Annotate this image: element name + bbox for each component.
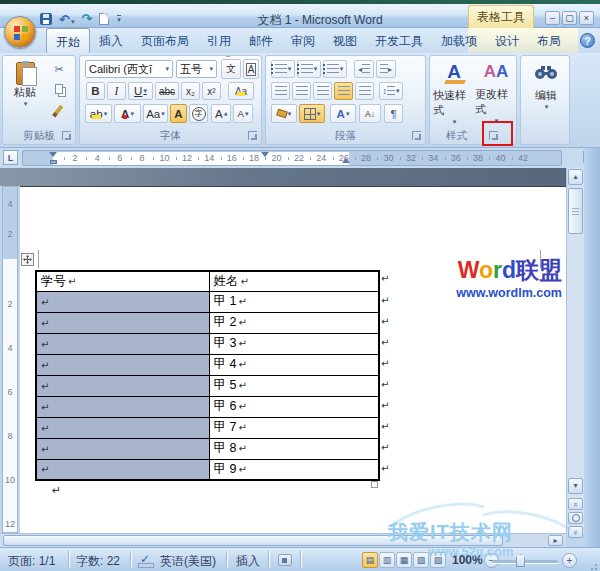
table-move-handle[interactable] bbox=[21, 253, 34, 266]
change-case-button[interactable]: Aa▾ bbox=[143, 104, 168, 123]
strikethrough-button[interactable]: abc bbox=[155, 82, 179, 100]
tab-开始[interactable]: 开始 bbox=[46, 28, 90, 53]
outline-view-button[interactable]: ▧ bbox=[413, 552, 429, 568]
superscript-button[interactable]: x² bbox=[202, 82, 221, 100]
decrease-indent-button[interactable]: ◂ bbox=[354, 60, 374, 78]
copy-button[interactable] bbox=[49, 81, 69, 97]
student-table[interactable]: 学号↵姓名↵↵甲 1↵↵甲 2↵↵甲 3↵↵甲 4↵↵甲 5↵↵甲 6↵↵甲 7… bbox=[35, 270, 380, 481]
tab-视图[interactable]: 视图 bbox=[324, 28, 366, 53]
numbering-button[interactable]: ▾ bbox=[297, 60, 321, 78]
help-button[interactable]: ? bbox=[580, 33, 595, 48]
id-cell-selected[interactable]: ↵ bbox=[36, 396, 209, 417]
name-cell[interactable]: 甲 4↵ bbox=[209, 354, 379, 375]
print-layout-view-button[interactable]: ▤ bbox=[362, 552, 378, 568]
tab-审阅[interactable]: 审阅 bbox=[282, 28, 324, 53]
first-line-indent-marker[interactable] bbox=[49, 152, 57, 157]
italic-button[interactable]: I bbox=[107, 82, 126, 100]
tab-布局[interactable]: 布局 bbox=[528, 28, 570, 53]
highlight-color-button[interactable]: ab▾ bbox=[85, 104, 112, 123]
editing-button[interactable]: 编辑 ▾ bbox=[525, 64, 567, 111]
quick-styles-button[interactable]: A 快速样式 ▾ bbox=[433, 62, 475, 126]
font-size-combo[interactable]: 五号▾ bbox=[176, 60, 217, 78]
macro-record-icon[interactable] bbox=[278, 554, 292, 566]
align-right-button[interactable] bbox=[313, 82, 332, 100]
left-indent-marker[interactable] bbox=[50, 160, 57, 164]
language-indicator[interactable]: 英语(美国) bbox=[160, 553, 216, 570]
id-cell-selected[interactable]: ↵ bbox=[36, 354, 209, 375]
name-cell[interactable]: 甲 2↵ bbox=[209, 312, 379, 333]
vertical-scroll-thumb[interactable] bbox=[568, 188, 583, 234]
shading-button[interactable]: ▾ bbox=[271, 104, 297, 123]
horizontal-ruler[interactable]: 24681012141618202224262830323436384042 bbox=[22, 150, 562, 166]
borders-button[interactable]: ▾ bbox=[299, 104, 325, 123]
vertical-scrollbar[interactable]: ▴ ▾ » » bbox=[566, 168, 584, 533]
tab-页面布局[interactable]: 页面布局 bbox=[132, 28, 198, 53]
table-header-cell[interactable]: 学号↵ bbox=[36, 271, 209, 291]
new-document-icon[interactable] bbox=[99, 13, 109, 25]
change-styles-button[interactable]: AA 更改样式 ▾ bbox=[475, 62, 517, 125]
id-cell-selected[interactable]: ↵ bbox=[36, 438, 209, 459]
phonetic-guide-button[interactable]: 文 bbox=[221, 59, 241, 79]
show-marks-button[interactable]: ¶ bbox=[384, 104, 403, 123]
redo-button[interactable]: ↷ bbox=[81, 13, 92, 25]
sort-button[interactable]: A↓ bbox=[359, 104, 381, 123]
id-cell-selected[interactable]: ↵ bbox=[36, 312, 209, 333]
line-spacing-button[interactable]: ↕▾ bbox=[379, 82, 403, 100]
scroll-up-button[interactable]: ▴ bbox=[568, 169, 583, 185]
character-border-button[interactable]: A bbox=[243, 59, 259, 79]
name-cell[interactable]: 甲 5↵ bbox=[209, 375, 379, 396]
horizontal-scroll-thumb[interactable] bbox=[3, 535, 503, 546]
cut-button[interactable]: ✂ bbox=[49, 61, 69, 77]
align-center-button[interactable] bbox=[292, 82, 311, 100]
distribute-button[interactable] bbox=[355, 82, 374, 100]
asian-layout-button[interactable]: A▾ bbox=[330, 104, 356, 123]
character-shading-button[interactable]: A bbox=[170, 104, 187, 123]
id-cell-selected[interactable]: ↵ bbox=[36, 333, 209, 354]
zoom-in-button[interactable]: + bbox=[562, 553, 577, 568]
maximize-button[interactable]: ▢ bbox=[562, 11, 577, 25]
name-cell[interactable]: 甲 1↵ bbox=[209, 291, 379, 312]
grow-font-button[interactable]: A▾ bbox=[211, 104, 231, 123]
zoom-slider-track[interactable] bbox=[492, 560, 558, 563]
word-count[interactable]: 字数: 22 bbox=[76, 553, 120, 570]
underline-button[interactable]: U▾ bbox=[128, 82, 153, 100]
fullscreen-reading-view-button[interactable]: ▥ bbox=[379, 552, 395, 568]
tab-设计[interactable]: 设计 bbox=[486, 28, 528, 53]
undo-button[interactable]: ↶▾ bbox=[59, 10, 74, 28]
zoom-slider-thumb[interactable] bbox=[516, 554, 525, 567]
font-color-button[interactable]: A▾ bbox=[114, 104, 141, 123]
spellcheck-icon[interactable]: ✓ bbox=[140, 552, 150, 566]
shrink-font-button[interactable]: A▾ bbox=[233, 104, 253, 123]
id-cell-selected[interactable]: ↵ bbox=[36, 417, 209, 438]
name-cell[interactable]: 甲 7↵ bbox=[209, 417, 379, 438]
web-layout-view-button[interactable]: ▦ bbox=[396, 552, 412, 568]
subscript-button[interactable]: x₂ bbox=[181, 82, 200, 100]
insert-mode[interactable]: 插入 bbox=[236, 553, 260, 570]
horizontal-scrollbar[interactable]: ▸ bbox=[0, 533, 566, 547]
customize-qat-button[interactable]: ▾ bbox=[117, 15, 121, 23]
paragraph-dialog-launcher[interactable] bbox=[412, 131, 421, 140]
font-dialog-launcher[interactable] bbox=[248, 131, 257, 140]
multilevel-list-button[interactable]: ▾ bbox=[323, 60, 347, 78]
bold-button[interactable]: B bbox=[86, 82, 105, 100]
table-resize-handle[interactable] bbox=[371, 481, 378, 488]
tab-stop-selector[interactable]: L bbox=[3, 150, 18, 165]
justify-button[interactable] bbox=[334, 82, 353, 100]
scroll-right-button[interactable]: ▸ bbox=[548, 535, 563, 546]
resize-grip[interactable] bbox=[587, 558, 597, 568]
tab-邮件[interactable]: 邮件 bbox=[240, 28, 282, 53]
name-cell[interactable]: 甲 3↵ bbox=[209, 333, 379, 354]
id-cell-selected[interactable]: ↵ bbox=[36, 291, 209, 312]
previous-page-button[interactable]: » bbox=[568, 498, 583, 510]
close-button[interactable]: × bbox=[579, 11, 594, 25]
select-browse-object-button[interactable] bbox=[568, 512, 583, 524]
tab-插入[interactable]: 插入 bbox=[90, 28, 132, 53]
enclose-characters-button[interactable]: 字 bbox=[189, 104, 208, 123]
tab-加载项[interactable]: 加载项 bbox=[432, 28, 486, 53]
bullets-button[interactable]: ▾ bbox=[271, 60, 295, 78]
save-icon[interactable] bbox=[40, 13, 52, 25]
increase-indent-button[interactable]: ▸ bbox=[376, 60, 396, 78]
font-name-combo[interactable]: Calibri (西文ī▾ bbox=[85, 60, 173, 78]
tab-开发工具[interactable]: 开发工具 bbox=[366, 28, 432, 53]
tab-引用[interactable]: 引用 bbox=[198, 28, 240, 53]
